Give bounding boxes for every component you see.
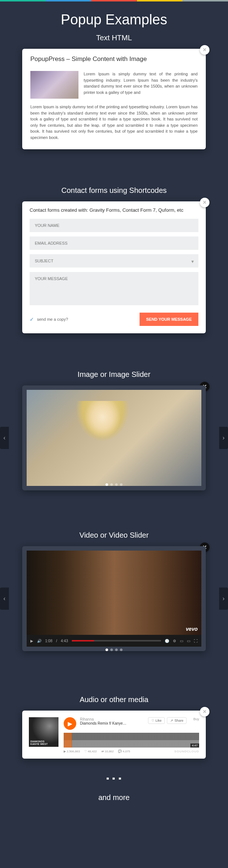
form-subtitle: Contact forms created with: Gravity Form… <box>22 201 206 215</box>
stat-comments: 💬 4,075 <box>118 750 130 753</box>
stat-plays: ▶ 2,506,863 <box>64 750 80 753</box>
video-controls: ▶ 🔊 1:08 / 4:43 🕓 ⚙ ▭ ▭ ⛶ <box>27 635 201 647</box>
time-total: 4:43 <box>61 639 68 643</box>
intro-text: Lorem Ipsum is simply dummy text of the … <box>84 71 198 99</box>
soundcloud-brand: SOUNDCLOUD <box>174 750 199 753</box>
close-icon[interactable]: × <box>200 707 209 716</box>
buy-link[interactable]: Buy <box>193 717 199 721</box>
copy-checkbox[interactable]: ✓ send me a copy? <box>30 316 68 322</box>
section-title-text: Text HTML <box>0 34 228 42</box>
email-field[interactable] <box>30 236 198 250</box>
section-title-image: Image or Image Slider <box>0 370 228 379</box>
share-icon: ↗ <box>170 719 173 722</box>
time-current: 1:08 <box>45 639 52 643</box>
artist-name[interactable]: Rihanna <box>80 717 144 721</box>
slider-image[interactable] <box>27 390 201 486</box>
close-icon[interactable]: × <box>200 198 209 207</box>
accent-bar <box>0 0 228 1</box>
like-button[interactable]: ♡Like <box>148 717 165 724</box>
check-icon: ✓ <box>30 316 34 322</box>
waveform[interactable]: 4:47 <box>64 733 199 748</box>
progress-bar[interactable] <box>72 640 161 641</box>
content-image <box>30 71 78 99</box>
album-line2: KANYE WEST <box>30 743 57 745</box>
popup-image-slider <box>22 385 206 490</box>
slider-dots <box>105 483 123 486</box>
watch-later-icon[interactable]: 🕓 <box>165 639 169 643</box>
stat-likes: ♡ 48,422 <box>84 750 97 753</box>
heart-icon: ♡ <box>151 719 154 722</box>
play-button[interactable]: ▶ <box>64 717 76 730</box>
subject-field[interactable] <box>30 254 198 268</box>
dot[interactable] <box>105 649 108 651</box>
slider-dots <box>105 649 123 651</box>
section-title-audio: Audio or other media <box>0 695 228 704</box>
and-more-text: and more <box>0 793 228 802</box>
next-arrow-icon[interactable]: › <box>219 588 228 610</box>
album-art[interactable]: DIAMONDS KANYE WEST <box>29 717 58 747</box>
dot[interactable] <box>120 649 123 651</box>
next-arrow-icon[interactable]: › <box>219 427 228 449</box>
prev-arrow-icon[interactable]: ‹ <box>0 588 9 610</box>
popup-text: PopupPress – Simple Content with Image L… <box>22 49 206 149</box>
video-still <box>27 551 201 647</box>
popup-contact: Contact forms created with: Gravity Form… <box>22 201 206 333</box>
stat-reposts: ⇄ 10,862 <box>101 750 114 753</box>
album-line1: DIAMONDS <box>30 740 57 743</box>
share-button[interactable]: ↗Share <box>167 717 187 724</box>
prev-arrow-icon[interactable]: ‹ <box>0 427 9 449</box>
section-title-contact: Contact forms using Shortcodes <box>0 186 228 195</box>
page-title: Popup Examples <box>0 12 228 28</box>
play-icon[interactable]: ▶ <box>30 639 33 643</box>
track-name[interactable]: Diamonds Remix f/ Kanye… <box>80 721 144 725</box>
popup-title: PopupPress – Simple Content with Image <box>22 49 206 67</box>
ellipsis-icon: ⋮ <box>110 770 118 787</box>
dot[interactable] <box>110 483 113 486</box>
volume-icon[interactable]: 🔊 <box>37 639 41 643</box>
dot[interactable] <box>115 649 118 651</box>
copy-label: send me a copy? <box>37 317 68 321</box>
send-button[interactable]: SEND YOUR MESSAGE <box>140 313 198 326</box>
vevo-badge: vevo <box>186 626 198 632</box>
theater-icon[interactable]: ▭ <box>187 639 190 643</box>
audio-card: DIAMONDS KANYE WEST ▶ Rihanna Diamonds R… <box>24 713 204 758</box>
body-text: Lorem Ipsum is simply dummy text of the … <box>30 104 198 140</box>
dot[interactable] <box>110 649 113 651</box>
audio-stats: ▶ 2,506,863 ♡ 48,422 ⇄ 10,862 💬 4,075 SO… <box>64 750 199 753</box>
message-field[interactable] <box>30 272 198 305</box>
video-player[interactable]: vevo ▶ 🔊 1:08 / 4:43 🕓 ⚙ ▭ ▭ ⛶ <box>27 551 201 647</box>
name-field[interactable] <box>30 219 198 232</box>
popup-video-slider: vevo ▶ 🔊 1:08 / 4:43 🕓 ⚙ ▭ ▭ ⛶ <box>22 546 206 651</box>
dot[interactable] <box>105 483 108 486</box>
section-title-video: Video or Video Slider <box>0 531 228 539</box>
youtube-icon[interactable]: ▭ <box>180 639 183 643</box>
dot[interactable] <box>115 483 118 486</box>
fullscreen-icon[interactable]: ⛶ <box>194 639 198 643</box>
popup-audio: DIAMONDS KANYE WEST ▶ Rihanna Diamonds R… <box>22 711 206 759</box>
dot[interactable] <box>120 483 123 486</box>
settings-icon[interactable]: ⚙ <box>173 639 176 643</box>
close-icon[interactable]: × <box>200 45 209 55</box>
duration-badge: 4:47 <box>190 743 199 748</box>
